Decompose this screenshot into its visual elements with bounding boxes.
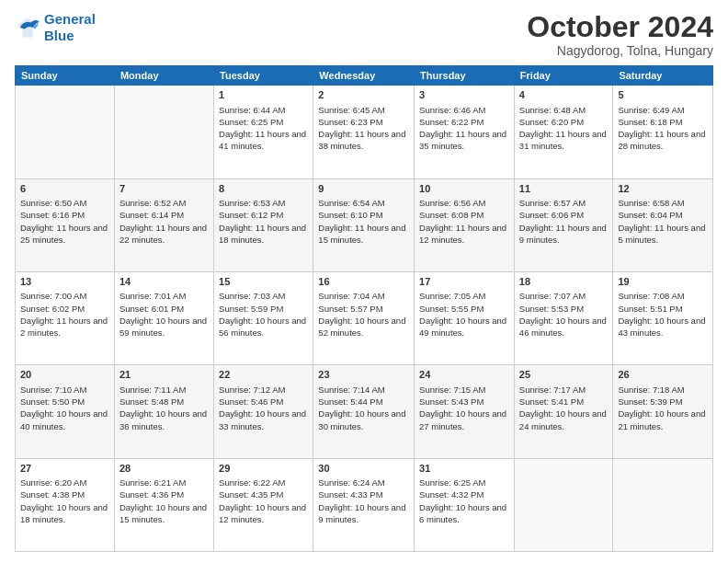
- title-block: October 2024 Nagydorog, Tolna, Hungary: [527, 11, 713, 58]
- day-info: Sunrise: 7:15 AM Sunset: 5:43 PM Dayligh…: [419, 384, 509, 432]
- weekday-header: Tuesday: [214, 66, 313, 86]
- calendar-cell: 25Sunrise: 7:17 AM Sunset: 5:41 PM Dayli…: [514, 365, 613, 458]
- page: General Blue October 2024 Nagydorog, Tol…: [0, 0, 728, 563]
- calendar-cell: 5Sunrise: 6:49 AM Sunset: 6:18 PM Daylig…: [613, 86, 713, 178]
- calendar-cell: [16, 86, 115, 178]
- weekday-header: Wednesday: [313, 66, 415, 86]
- day-info: Sunrise: 6:45 AM Sunset: 6:23 PM Dayligh…: [318, 104, 409, 153]
- day-number: 2: [318, 88, 409, 102]
- day-info: Sunrise: 6:22 AM Sunset: 4:35 PM Dayligh…: [219, 477, 308, 525]
- weekday-header: Sunday: [16, 66, 115, 86]
- calendar-week-row: 13Sunrise: 7:00 AM Sunset: 6:02 PM Dayli…: [16, 271, 713, 364]
- calendar-cell: 30Sunrise: 6:24 AM Sunset: 4:33 PM Dayli…: [313, 458, 415, 551]
- calendar-cell: 28Sunrise: 6:21 AM Sunset: 4:36 PM Dayli…: [114, 458, 213, 551]
- day-number: 3: [419, 88, 509, 102]
- day-number: 21: [119, 368, 209, 382]
- day-number: 25: [519, 368, 609, 382]
- day-info: Sunrise: 6:54 AM Sunset: 6:10 PM Dayligh…: [318, 197, 409, 246]
- calendar-cell: [613, 458, 713, 551]
- calendar-cell: 8Sunrise: 6:53 AM Sunset: 6:12 PM Daylig…: [214, 178, 313, 271]
- day-number: 17: [419, 275, 509, 289]
- calendar-cell: 12Sunrise: 6:58 AM Sunset: 6:04 PM Dayli…: [613, 178, 713, 271]
- calendar-cell: 19Sunrise: 7:08 AM Sunset: 5:51 PM Dayli…: [613, 271, 713, 364]
- day-number: 28: [119, 462, 209, 476]
- day-number: 19: [618, 275, 708, 289]
- calendar-cell: 3Sunrise: 6:46 AM Sunset: 6:22 PM Daylig…: [415, 86, 515, 178]
- day-info: Sunrise: 7:01 AM Sunset: 6:01 PM Dayligh…: [119, 290, 209, 339]
- day-info: Sunrise: 6:20 AM Sunset: 4:38 PM Dayligh…: [20, 477, 109, 525]
- calendar-cell: 23Sunrise: 7:14 AM Sunset: 5:44 PM Dayli…: [313, 365, 415, 458]
- calendar-cell: 7Sunrise: 6:52 AM Sunset: 6:14 PM Daylig…: [114, 178, 213, 271]
- weekday-header: Saturday: [613, 66, 713, 86]
- calendar-cell: 1Sunrise: 6:44 AM Sunset: 6:25 PM Daylig…: [214, 86, 313, 178]
- calendar-cell: 22Sunrise: 7:12 AM Sunset: 5:46 PM Dayli…: [214, 365, 313, 458]
- calendar-week-row: 1Sunrise: 6:44 AM Sunset: 6:25 PM Daylig…: [16, 86, 713, 178]
- logo: General Blue: [15, 11, 96, 44]
- calendar-cell: 14Sunrise: 7:01 AM Sunset: 6:01 PM Dayli…: [114, 271, 213, 364]
- day-number: 5: [618, 88, 708, 102]
- day-info: Sunrise: 6:49 AM Sunset: 6:18 PM Dayligh…: [618, 104, 708, 153]
- day-info: Sunrise: 6:52 AM Sunset: 6:14 PM Dayligh…: [119, 197, 209, 246]
- day-info: Sunrise: 7:17 AM Sunset: 5:41 PM Dayligh…: [519, 384, 609, 432]
- calendar-cell: 31Sunrise: 6:25 AM Sunset: 4:32 PM Dayli…: [415, 458, 515, 551]
- calendar-cell: 4Sunrise: 6:48 AM Sunset: 6:20 PM Daylig…: [514, 86, 613, 178]
- calendar-cell: 13Sunrise: 7:00 AM Sunset: 6:02 PM Dayli…: [16, 271, 115, 364]
- day-number: 22: [219, 368, 308, 382]
- day-info: Sunrise: 6:24 AM Sunset: 4:33 PM Dayligh…: [318, 477, 409, 525]
- day-number: 14: [119, 275, 209, 289]
- day-info: Sunrise: 7:18 AM Sunset: 5:39 PM Dayligh…: [618, 384, 708, 432]
- calendar-week-row: 27Sunrise: 6:20 AM Sunset: 4:38 PM Dayli…: [16, 458, 713, 551]
- logo-icon: [15, 15, 40, 40]
- day-number: 15: [219, 275, 308, 289]
- calendar-cell: [114, 86, 213, 178]
- day-info: Sunrise: 7:12 AM Sunset: 5:46 PM Dayligh…: [219, 384, 308, 432]
- month-title: October 2024: [527, 11, 713, 43]
- day-info: Sunrise: 7:00 AM Sunset: 6:02 PM Dayligh…: [20, 290, 109, 339]
- day-info: Sunrise: 6:48 AM Sunset: 6:20 PM Dayligh…: [519, 104, 609, 153]
- calendar-cell: 11Sunrise: 6:57 AM Sunset: 6:06 PM Dayli…: [514, 178, 613, 271]
- weekday-header-row: SundayMondayTuesdayWednesdayThursdayFrid…: [16, 66, 713, 86]
- day-number: 26: [618, 368, 708, 382]
- calendar-cell: 9Sunrise: 6:54 AM Sunset: 6:10 PM Daylig…: [313, 178, 415, 271]
- day-number: 1: [219, 88, 308, 102]
- day-info: Sunrise: 6:56 AM Sunset: 6:08 PM Dayligh…: [419, 197, 509, 246]
- day-info: Sunrise: 7:03 AM Sunset: 5:59 PM Dayligh…: [219, 290, 308, 339]
- day-number: 27: [20, 462, 109, 476]
- day-number: 13: [20, 275, 109, 289]
- day-info: Sunrise: 7:11 AM Sunset: 5:48 PM Dayligh…: [119, 384, 209, 432]
- day-info: Sunrise: 6:44 AM Sunset: 6:25 PM Dayligh…: [219, 104, 308, 153]
- day-info: Sunrise: 6:53 AM Sunset: 6:12 PM Dayligh…: [219, 197, 308, 246]
- day-number: 9: [318, 182, 409, 196]
- day-number: 23: [318, 368, 409, 382]
- day-number: 6: [20, 182, 109, 196]
- day-info: Sunrise: 6:25 AM Sunset: 4:32 PM Dayligh…: [419, 477, 509, 525]
- day-number: 24: [419, 368, 509, 382]
- day-number: 7: [119, 182, 209, 196]
- calendar-cell: 27Sunrise: 6:20 AM Sunset: 4:38 PM Dayli…: [16, 458, 115, 551]
- day-number: 16: [318, 275, 409, 289]
- calendar-cell: 16Sunrise: 7:04 AM Sunset: 5:57 PM Dayli…: [313, 271, 415, 364]
- day-number: 18: [519, 275, 609, 289]
- day-number: 29: [219, 462, 308, 476]
- day-number: 8: [219, 182, 308, 196]
- day-number: 12: [618, 182, 708, 196]
- calendar-table: SundayMondayTuesdayWednesdayThursdayFrid…: [15, 65, 713, 552]
- weekday-header: Friday: [514, 66, 613, 86]
- calendar-cell: 29Sunrise: 6:22 AM Sunset: 4:35 PM Dayli…: [214, 458, 313, 551]
- calendar-cell: 2Sunrise: 6:45 AM Sunset: 6:23 PM Daylig…: [313, 86, 415, 178]
- day-info: Sunrise: 7:07 AM Sunset: 5:53 PM Dayligh…: [519, 290, 609, 339]
- calendar-week-row: 20Sunrise: 7:10 AM Sunset: 5:50 PM Dayli…: [16, 365, 713, 458]
- calendar-cell: 18Sunrise: 7:07 AM Sunset: 5:53 PM Dayli…: [514, 271, 613, 364]
- calendar-cell: [514, 458, 613, 551]
- day-number: 20: [20, 368, 109, 382]
- calendar-cell: 21Sunrise: 7:11 AM Sunset: 5:48 PM Dayli…: [114, 365, 213, 458]
- location-subtitle: Nagydorog, Tolna, Hungary: [527, 43, 713, 58]
- calendar-cell: 17Sunrise: 7:05 AM Sunset: 5:55 PM Dayli…: [415, 271, 515, 364]
- day-number: 31: [419, 462, 509, 476]
- calendar-cell: 24Sunrise: 7:15 AM Sunset: 5:43 PM Dayli…: [415, 365, 515, 458]
- weekday-header: Thursday: [415, 66, 515, 86]
- calendar-cell: 6Sunrise: 6:50 AM Sunset: 6:16 PM Daylig…: [16, 178, 115, 271]
- calendar-cell: 15Sunrise: 7:03 AM Sunset: 5:59 PM Dayli…: [214, 271, 313, 364]
- day-info: Sunrise: 6:50 AM Sunset: 6:16 PM Dayligh…: [20, 197, 109, 246]
- header: General Blue October 2024 Nagydorog, Tol…: [15, 11, 713, 58]
